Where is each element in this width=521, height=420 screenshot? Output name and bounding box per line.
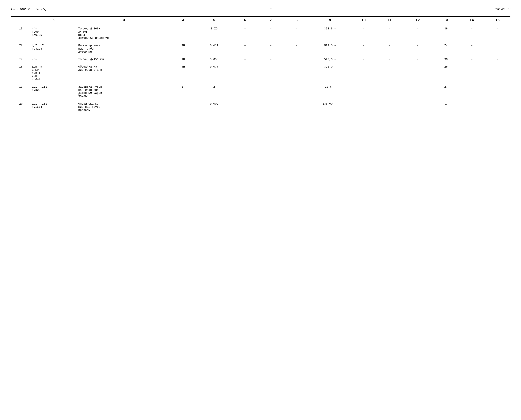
row-4-col-6: – [232,84,258,99]
row-5-col-9: 236,00– – [309,101,351,113]
row-4-col-2: Ц.I ч.IIIп.802 [31,84,78,99]
row-5-col-8 [284,101,309,113]
table-row: 20Ц.I ч.IIIп.I674Опоры скользя-щие под т… [11,101,510,113]
row-0-col-12: – [402,26,433,41]
table-row: 15–"–п.994K=0,95То же, Д=108хх4 ммЦена:4… [11,26,510,41]
row-3-col-4: ТН [170,64,196,82]
row-0-col-13: 38 [433,26,459,41]
row-5-col-3: Опоры скользя-щие под трубо-проводы [78,101,170,113]
row-3-col-12: – [402,64,433,82]
row-3-col-3: Обечайка излистовой стали [78,64,170,82]
col-header-11: II [376,17,402,24]
row-0-col-3: То же, Д=108хх4 ммЦена:404х0,95=383,80 т… [78,26,170,41]
row-5-col-11: – [376,101,402,113]
col-header-2: 2 [31,17,78,24]
row-4-col-1: I9 [11,84,31,99]
row-4-col-5: 2 [196,84,232,99]
row-2-col-10: – [351,57,376,62]
row-0-col-6: – [232,26,258,41]
row-0-col-14: – [459,26,485,41]
row-4-col-8: – [284,84,309,99]
row-2-col-14: – [459,57,485,62]
row-4-col-14: – [459,84,485,99]
table-row: I6Ц.I ч.Iп.3293Перфорирован-ные трубыД=1… [11,43,510,55]
row-1-col-9: 5I9,0 – [309,43,351,55]
col-header-15: I5 [485,17,510,24]
row-3-col-1: I8 [11,64,31,82]
row-1-col-14: – [459,43,485,55]
row-0-col-1: 15 [11,26,31,41]
row-2-col-7: – [258,57,284,62]
col-header-4: 4 [170,17,196,24]
row-1-col-5: 0,027 [196,43,232,55]
row-1-col-12: – [402,43,433,55]
page-header: Т.П. 902-2- 273 (ш) - 71 - 13146·03 [11,7,510,11]
row-1-col-7: – [258,43,284,55]
row-1-col-1: I6 [11,43,31,55]
col-header-8: 8 [284,17,309,24]
row-2-col-1: I7 [11,57,31,62]
col-header-1: I [11,17,31,24]
row-3-col-10: – [351,64,376,82]
row-4-col-3: Задвижка чугун-ная фланцеваяД=100 мм мар… [78,84,170,99]
col-header-10: IO [351,17,376,24]
row-1-col-11: – [376,43,402,55]
row-4-col-9: I3,6 – [309,84,351,99]
row-3-col-6: – [232,64,258,82]
row-1-col-8: – [284,43,309,55]
row-5-col-15: – [485,101,510,113]
row-1-col-2: Ц.I ч.Iп.3293 [31,43,78,55]
row-3-col-9: 328,0 – [309,64,351,82]
row-1-col-15: … [485,43,510,55]
row-2-col-12: – [402,57,433,62]
row-5-col-7: – [258,101,284,113]
table-row: I7–"–То же, Д=150 ммТН0,058––5I9,0 ––––3… [11,57,510,62]
row-0-col-10: – [351,26,376,41]
row-0-col-7: – [258,26,284,41]
row-4-col-4: шт [170,84,196,99]
table-row: I9Ц.I ч.IIIп.802Задвижка чугун-ная фланц… [11,84,510,99]
row-3-col-13: 25 [433,64,459,82]
row-2-col-6: – [232,57,258,62]
row-1-col-6: – [232,43,258,55]
row-2-col-3: То же, Д=150 мм [78,57,170,62]
row-3-col-2: Доп. кЕРЕРвып.Iч.Пп.644 [31,64,78,82]
row-0-col-15: – [485,26,510,41]
row-5-col-12: – [402,101,433,113]
row-3-col-15: – [485,64,510,82]
row-2-col-2: –"– [31,57,78,62]
row-3-col-8: – [284,64,309,82]
row-1-col-4: ТН [170,43,196,55]
row-3-col-14: – [459,64,485,82]
row-4-col-13: 27 [433,84,459,99]
table-row: I8Доп. кЕРЕРвып.Iч.Пп.644Обечайка излист… [11,64,510,82]
header-left: Т.П. 902-2- 273 (ш) [11,8,47,11]
row-2-col-11: – [376,57,402,62]
row-3-col-11: – [376,64,402,82]
header-center: - 71 - [264,7,277,11]
row-5-col-13: I [433,101,459,113]
col-header-12: I2 [402,17,433,24]
row-4-col-15: – [485,84,510,99]
row-4-col-11: – [376,84,402,99]
row-0-col-11: – [376,26,402,41]
row-0-col-2: –"–п.994K=0,95 [31,26,78,41]
col-header-7: 7 [258,17,284,24]
row-5-col-14: – [459,101,485,113]
main-table: I 2 3 4 5 6 7 8 9 IO II I2 I3 I4 I5 15–"… [11,16,510,113]
row-4-col-10: – [351,84,376,99]
col-header-14: I4 [459,17,485,24]
row-5-col-2: Ц.I ч.IIIп.I674 [31,101,78,113]
row-3-col-7: – [258,64,284,82]
row-0-col-8: – [284,26,309,41]
row-4-col-12: – [402,84,433,99]
row-0-col-9: 383,8 – [309,26,351,41]
row-1-col-10: – [351,43,376,55]
row-5-col-4 [170,101,196,113]
column-headers: I 2 3 4 5 6 7 8 9 IO II I2 I3 I4 I5 [11,17,510,24]
row-3-col-5: 0,077 [196,64,232,82]
row-2-col-9: 5I9,0 – [309,57,351,62]
row-2-col-13: 30 [433,57,459,62]
row-5-col-10: – [351,101,376,113]
row-2-col-5: 0,058 [196,57,232,62]
